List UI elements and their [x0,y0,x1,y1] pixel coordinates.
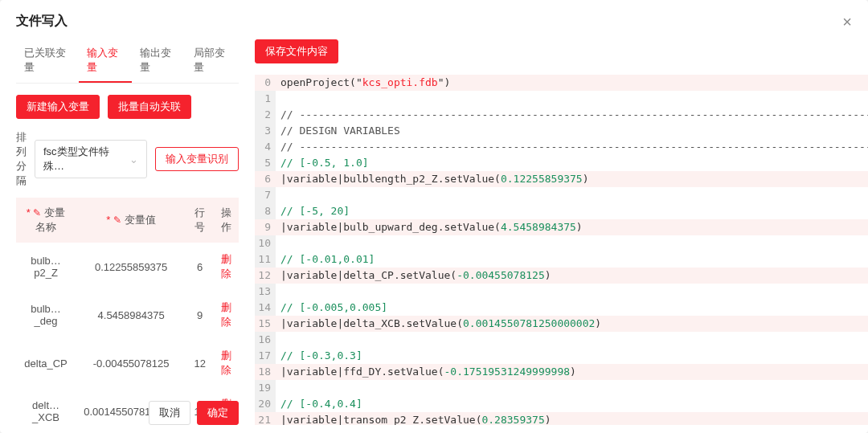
cell-name: delta_CP [16,339,76,387]
gutter: 11 [255,251,276,268]
code-content[interactable] [276,235,868,251]
close-icon[interactable]: × [842,14,852,30]
code-editor[interactable]: 0openProject("kcs_opti.fdb")12// -------… [255,75,868,425]
delete-link[interactable]: 删除 [221,253,231,280]
code-line[interactable]: 3// DESIGN VARIABLES [255,123,868,139]
code-content[interactable] [276,380,868,396]
code-content[interactable]: openProject("kcs_opti.fdb") [276,75,868,91]
left-pane: 已关联变量输入变量输出变量局部变量 新建输入变量 批量自动关联 排列分隔 fsc… [16,39,239,425]
sort-select-value: fsc类型文件特殊… [43,145,123,174]
modal-title: 文件写入 [16,13,68,30]
code-line[interactable]: 7 [255,187,868,203]
table-header-row: ✎变量名称 ✎变量值 行号 操作 [16,198,239,243]
tab-1[interactable]: 输入变量 [79,39,132,83]
code-line[interactable]: 16 [255,332,868,348]
gutter: 14 [255,300,276,316]
tab-0[interactable]: 已关联变量 [16,39,79,83]
code-line[interactable]: 6|variable|bulblength_p2_Z.setValue(0.12… [255,171,868,187]
cell-value: 0.12255859375 [76,243,186,291]
cell-op: 删除 [213,339,239,387]
table-row: delta_CP-0.0045507812512删除 [16,339,239,387]
code-content[interactable]: // -------------------------------------… [276,107,868,123]
code-content[interactable] [276,332,868,348]
chevron-down-icon: ⌄ [129,153,138,165]
code-content[interactable]: // DESIGN VARIABLES [276,123,868,139]
code-line[interactable]: 2// ------------------------------------… [255,107,868,123]
code-line[interactable]: 9|variable|bulb_upward_deg.setValue(4.54… [255,219,868,235]
new-input-variable-button[interactable]: 新建输入变量 [16,95,100,119]
code-content[interactable]: // [-5, 20] [276,203,868,219]
tab-3[interactable]: 局部变量 [186,39,239,83]
col-op: 操作 [213,198,239,243]
code-line[interactable]: 8// [-5, 20] [255,203,868,219]
recognize-input-variables-button[interactable]: 输入变量识别 [155,147,239,171]
code-content[interactable]: // [-0.005,0.005] [276,300,868,316]
delete-link[interactable]: 删除 [221,349,231,376]
sort-select[interactable]: fsc类型文件特殊… ⌄ [35,140,147,178]
gutter: 15 [255,316,276,332]
gutter: 2 [255,107,276,123]
gutter: 21 [255,412,276,425]
delete-link[interactable]: 删除 [221,301,231,328]
cell-line: 6 [186,243,213,291]
code-content[interactable]: // [-0.5, 1.0] [276,155,868,171]
code-content[interactable]: // [-0.4,0.4] [276,396,868,412]
code-line[interactable]: 18|variable|ffd_DY.setValue(-0.175195312… [255,364,868,380]
primary-actions: 新建输入变量 批量自动关联 [16,95,239,119]
code-content[interactable]: |variable|bulb_upward_deg.setValue(4.545… [276,219,868,235]
gutter: 19 [255,380,276,396]
code-line[interactable]: 11// [-0.01,0.01] [255,251,868,268]
code-line[interactable]: 4// ------------------------------------… [255,139,868,155]
code-line[interactable]: 14// [-0.005,0.005] [255,300,868,316]
code-content[interactable] [276,284,868,300]
gutter: 5 [255,155,276,171]
right-pane: 保存文件内容 0openProject("kcs_opti.fdb")12// … [255,39,868,425]
gutter: 13 [255,284,276,300]
table-row: bulb…p2_Z0.122558593756删除 [16,243,239,291]
code-content[interactable]: // -------------------------------------… [276,139,868,155]
code-line[interactable]: 13 [255,284,868,300]
table-row: bulb…_deg4.54589843759删除 [16,291,239,339]
cancel-button[interactable]: 取消 [149,401,190,425]
code-content[interactable]: // [-0.3,0.3] [276,348,868,364]
sort-label: 排列分隔 [16,130,27,188]
cell-name: bulb…p2_Z [16,243,76,291]
code-line[interactable]: 20// [-0.4,0.4] [255,396,868,412]
cell-value: 4.5458984375 [76,291,186,339]
confirm-button[interactable]: 确定 [197,401,239,425]
gutter: 17 [255,348,276,364]
code-content[interactable] [276,187,868,203]
gutter: 4 [255,139,276,155]
code-line[interactable]: 10 [255,235,868,251]
variables-table: ✎变量名称 ✎变量值 行号 操作 bulb…p2_Z0.122558593756… [16,198,239,433]
code-content[interactable]: |variable|transom_p2_Z.setValue(0.283593… [276,412,868,425]
code-content[interactable] [276,91,868,107]
code-line[interactable]: 12|variable|delta_CP.setValue(-0.0045507… [255,268,868,284]
code-line[interactable]: 0openProject("kcs_opti.fdb") [255,75,868,91]
gutter: 7 [255,187,276,203]
batch-auto-link-button[interactable]: 批量自动关联 [108,95,191,119]
code-line[interactable]: 5// [-0.5, 1.0] [255,155,868,171]
right-actions: 保存文件内容 [255,39,868,63]
code-line[interactable]: 19 [255,380,868,396]
cell-name: delt…_XCB [16,387,76,433]
code-content[interactable]: |variable|ffd_DY.setValue(-0.17519531249… [276,364,868,380]
gutter: 0 [255,75,276,91]
save-file-button[interactable]: 保存文件内容 [255,39,338,63]
cell-name: bulb…_deg [16,291,76,339]
gutter: 12 [255,268,276,284]
code-content[interactable]: // [-0.01,0.01] [276,251,868,268]
code-line[interactable]: 21|variable|transom_p2_Z.setValue(0.2835… [255,412,868,425]
code-content[interactable]: |variable|delta_XCB.setValue(0.001455078… [276,316,868,332]
cell-value: -0.00455078125 [76,339,186,387]
code-line[interactable]: 17// [-0.3,0.3] [255,348,868,364]
cell-line: 9 [186,291,213,339]
code-content[interactable]: |variable|bulblength_p2_Z.setValue(0.122… [276,171,868,187]
tab-2[interactable]: 输出变量 [132,39,185,83]
code-content[interactable]: |variable|delta_CP.setValue(-0.004550781… [276,268,868,284]
gutter: 3 [255,123,276,139]
code-line[interactable]: 15|variable|delta_XCB.setValue(0.0014550… [255,316,868,332]
code-line[interactable]: 1 [255,91,868,107]
gutter: 16 [255,332,276,348]
gutter: 1 [255,91,276,107]
